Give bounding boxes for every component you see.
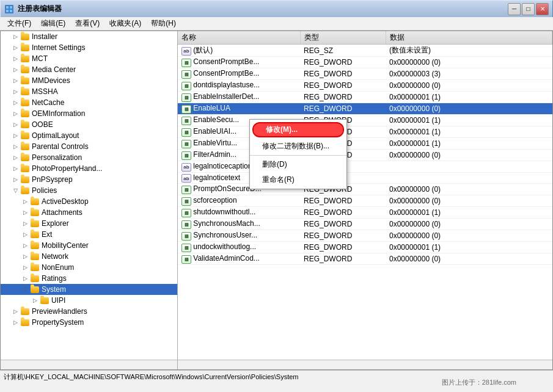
tree-item-photopropertyhand[interactable]: ▷ PhotoPropertyHand... [1,163,177,174]
cell-data: 0x00000000 (0) [386,150,552,161]
context-menu: 修改(M)... 修改二进制数据(B)... 删除(D) 重命名(R) [249,119,347,189]
menu-file[interactable]: 文件(F) [2,17,36,30]
tree-label-optimallayout: OptimalLayout [32,131,79,140]
reg-dword-icon: ▤ [181,220,191,229]
table-row[interactable]: ▤ PromptOnSecureD...REG_DWORD0x00000000 … [178,184,552,195]
ctx-item-rename[interactable]: 重命名(R) [250,172,346,187]
reg-sz-icon: ab [181,174,191,183]
cell-name: ▤ SynchronousUser... [178,230,300,242]
col-header-data[interactable]: 数据 [386,31,552,45]
cell-data: 0x00000001 (1) [386,126,552,138]
minimize-button[interactable]: ─ [508,3,521,15]
cell-type: REG_DWORD [300,92,386,103]
table-row[interactable]: ab legalnoticecaptionREG_SZ [178,161,552,173]
expand-icon-previewhandlers: ▷ [10,308,20,314]
table-scroll[interactable]: 名称 类型 数据 ab (默认)REG_SZ(数值未设置)▤ ConsentPr… [178,31,552,360]
col-header-name[interactable]: 名称 [178,31,300,45]
table-row[interactable]: ▤ SynchronousUser...REG_DWORD0x00000000 … [178,230,552,242]
cell-data: 0x00000001 (1) [386,115,552,126]
expand-icon-activedesktop: ▷ [20,198,30,205]
ctx-item-modify[interactable]: 修改(M)... [254,122,343,137]
table-row[interactable]: ab legalnoticetextREG_SZ [178,172,552,184]
tree-item-oeminformation[interactable]: ▷ OEMInformation [1,108,177,119]
tree-label-network: Network [42,252,68,261]
reg-sz-icon: ab [181,163,191,172]
table-row[interactable]: ▤ EnableInstallerDet...REG_DWORD0x000000… [178,92,552,103]
tree-hscrollbar[interactable] [1,360,177,369]
cell-name: ▤ scforceoption [178,195,300,207]
menu-help[interactable]: 帮助(H) [146,17,181,30]
tree-item-internet-settings[interactable]: ▷ Internet Settings [1,42,177,53]
tree-scroll[interactable]: ▷ Installer ▷ Internet Settings ▷ MCT ▷ … [1,31,177,360]
cell-data [386,161,552,173]
cell-type: REG_DWORD [300,207,386,219]
expand-icon-mobilitycenter: ▷ [20,242,30,249]
expand-icon-pnpsysprep: ▷ [10,176,20,183]
tree-item-mssha[interactable]: ▷ MSSHA [1,86,177,97]
tree-item-attachments[interactable]: ▷ Attachments [1,207,177,218]
table-row[interactable]: ▤ undockwithoutlog...REG_DWORD0x00000001… [178,242,552,253]
tree-item-network[interactable]: ▷ Network [1,251,177,262]
tree-item-ext[interactable]: ▷ Ext [1,229,177,240]
table-row[interactable]: ▤ ValidateAdminCod...REG_DWORD0x00000000… [178,253,552,265]
tree-item-netcache[interactable]: ▷ NetCache [1,97,177,108]
tree-item-ratings[interactable]: ▷ Ratings [1,273,177,284]
ctx-item-delete[interactable]: 删除(D) [250,157,346,172]
table-row[interactable]: ▤ FilterAdmin...REG_DWORD0x00000000 (0) [178,150,552,161]
tree-item-explorer[interactable]: ▷ Explorer [1,218,177,229]
menu-favorites[interactable]: 收藏夹(A) [104,17,146,30]
tree-item-parental-controls[interactable]: ▷ Parental Controls [1,141,177,152]
table-row[interactable]: ▤ shutdownwithoutl...REG_DWORD0x00000001… [178,207,552,219]
tree-item-previewhandlers[interactable]: ▷ PreviewHandlers [1,306,177,317]
tree-label-photopropertyhand: PhotoPropertyHand... [32,164,102,173]
tree-item-propertysystem[interactable]: ▷ PropertySystem [1,317,177,328]
tree-item-optimallayout[interactable]: ▷ OptimalLayout [1,130,177,141]
tree-item-oobe[interactable]: ▷ OOBE [1,119,177,130]
tree-item-system[interactable]: ▽ System [1,284,177,295]
tree-label-parental-controls: Parental Controls [32,142,89,151]
table-row[interactable]: ▤ EnableLUAREG_DWORD0x00000000 (0) [178,103,552,115]
expand-icon-system: ▽ [20,286,30,292]
expand-icon-photopropertyhand: ▷ [10,165,20,172]
menu-bar: 文件(F) 编辑(E) 查看(V) 收藏夹(A) 帮助(H) [0,17,553,31]
table-row[interactable]: ▤ SynchronousMach...REG_DWORD0x00000000 … [178,219,552,230]
table-row[interactable]: ▤ EnableVirtu...REG_DWORD0x00000001 (1) [178,138,552,150]
tree-item-policies[interactable]: ▽ Policies [1,185,177,196]
tree-item-media-center[interactable]: ▷ Media Center [1,64,177,75]
cell-data: 0x00000001 (1) [386,207,552,219]
table-row[interactable]: ab (默认)REG_SZ(数值未设置) [178,45,552,57]
reg-dword-icon: ▤ [181,105,191,114]
table-row[interactable]: ▤ ConsentPromptBe...REG_DWORD0x00000000 … [178,57,552,68]
table-row[interactable]: ▤ EnableUIAI...REG_DWORD0x00000001 (1) [178,126,552,138]
menu-view[interactable]: 查看(V) [70,17,104,30]
tree-item-mct[interactable]: ▷ MCT [1,53,177,64]
table-row[interactable]: ▤ dontdisplaylastuse...REG_DWORD0x000000… [178,80,552,92]
main-content: ▷ Installer ▷ Internet Settings ▷ MCT ▷ … [0,31,553,370]
menu-edit[interactable]: 编辑(E) [36,17,70,30]
ctx-item-modify-binary[interactable]: 修改二进制数据(B)... [250,139,346,154]
tree-item-installer[interactable]: ▷ Installer [1,31,177,42]
expand-icon-explorer: ▷ [20,220,30,227]
tree-item-nonenum[interactable]: ▷ NonEnum [1,262,177,273]
table-row[interactable]: ▤ EnableSecu...REG_DWORD0x00000001 (1) [178,115,552,126]
tree-item-uipi[interactable]: ▷ UIPI [1,295,177,306]
tree-item-mmdevices[interactable]: ▷ MMDevices [1,75,177,86]
tree-label-oobe: OOBE [32,120,53,129]
right-hscrollbar[interactable] [178,360,552,369]
registry-table: 名称 类型 数据 ab (默认)REG_SZ(数值未设置)▤ ConsentPr… [178,31,552,265]
tree-item-pnpsysprep[interactable]: ▷ PnPSysprep [1,174,177,185]
close-button[interactable]: ✕ [536,3,549,15]
maximize-button[interactable]: □ [522,3,535,15]
table-row[interactable]: ▤ scforceoptionREG_DWORD0x00000000 (0) [178,195,552,207]
tree-item-mobilitycenter[interactable]: ▷ MobilityCenter [1,240,177,251]
col-header-type[interactable]: 类型 [300,31,386,45]
cell-type: REG_DWORD [300,219,386,230]
tree-item-activedesktop[interactable]: ▷ ActiveDesktop [1,196,177,207]
tree-item-personalization[interactable]: ▷ Personalization [1,152,177,163]
folder-icon-policies [20,186,30,195]
tree-label-ratings: Ratings [42,274,67,283]
expand-icon-propertysystem: ▷ [10,319,20,325]
expand-icon-internet-settings: ▷ [10,45,20,51]
tree-label-propertysystem: PropertySystem [32,318,84,327]
table-row[interactable]: ▤ ConsentPromptBe...REG_DWORD0x00000003 … [178,68,552,80]
